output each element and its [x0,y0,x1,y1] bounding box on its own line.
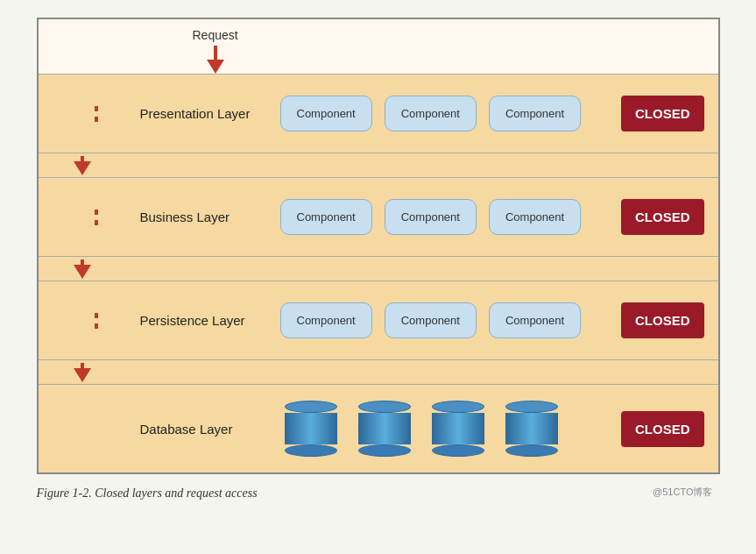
business-layer-row: Business Layer Component Component Compo… [39,178,718,257]
presentation-layer-row: Presentation Layer Component Component C… [39,75,718,153]
persistence-layer-name: Persistence Layer [140,313,280,328]
presentation-components: Component Component Component CLOSED [280,96,704,131]
db-cylinder-4 [501,401,562,457]
db-cylinder-3 [427,401,489,457]
request-label: Request [193,28,238,42]
component-box: Component [385,302,477,338]
figure-caption: Figure 1-2. Closed layers and request ac… [37,487,720,501]
component-box: Component [489,96,581,131]
persistence-layer-row: Persistence Layer Component Component Co… [39,281,718,360]
component-box: Component [489,199,581,235]
closed-badge: CLOSED [621,302,704,338]
closed-badge: CLOSED [621,199,704,235]
database-components: CLOSED [280,401,704,457]
business-components: Component Component Component CLOSED [280,199,704,235]
business-layer-name: Business Layer [140,210,280,224]
arrow-col-3 [53,313,140,329]
request-arrow [207,46,224,74]
database-layer-name: Database Layer [140,422,280,437]
presentation-layer-name: Presentation Layer [140,106,280,121]
db-cylinder-2 [354,401,415,457]
component-box: Component [280,96,372,131]
component-box: Component [489,302,581,338]
arrow-col-2 [53,210,140,225]
watermark: @51CTO博客 [653,486,712,499]
component-box: Component [280,302,372,338]
closed-badge: CLOSED [621,96,704,131]
component-box: Component [385,96,477,131]
persistence-components: Component Component Component CLOSED [280,302,704,338]
component-box: Component [385,199,477,235]
arrow-col-1 [53,106,140,122]
component-box: Component [280,199,372,235]
database-layer-row: Database Layer [39,385,718,472]
closed-badge: CLOSED [621,411,704,447]
diagram-container: Request Presentation Layer Component Com… [37,18,720,474]
db-cylinder-1 [280,401,342,457]
